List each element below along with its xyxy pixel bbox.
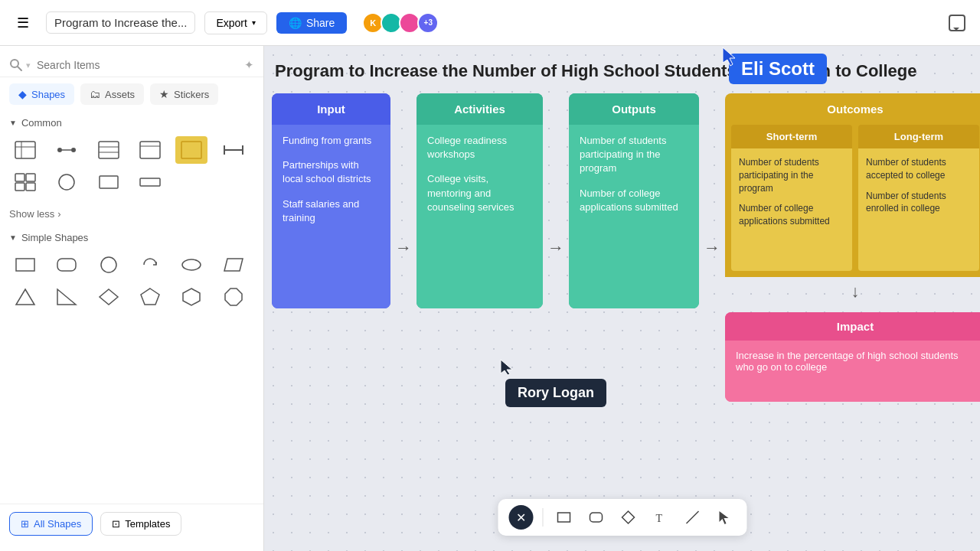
svg-point-7 — [71, 148, 76, 152]
shape-wide-rect[interactable] — [134, 168, 166, 196]
show-less-button[interactable]: Show less › — [9, 205, 254, 223]
simple-rounded[interactable] — [51, 251, 83, 279]
simple-pentagon[interactable] — [134, 283, 166, 311]
diagram: Program to Increase the Number of High S… — [272, 61, 972, 402]
simple-parallelogram[interactable] — [217, 251, 250, 279]
bottom-toolbar: ✕ T — [498, 499, 746, 536]
svg-marker-33 — [183, 289, 200, 305]
shape-divider[interactable] — [217, 136, 250, 164]
input-column: Input Funding from grants Partnerships w… — [272, 93, 390, 308]
shape-card[interactable] — [134, 136, 166, 164]
svg-rect-18 — [26, 174, 35, 181]
svg-marker-31 — [100, 289, 118, 305]
long-term-body: Number of students accepted to college N… — [858, 148, 979, 271]
common-shapes-grid — [9, 136, 254, 196]
svg-rect-38 — [590, 513, 602, 522]
text-tool[interactable]: T — [648, 506, 671, 529]
shape-table[interactable] — [9, 136, 41, 164]
rect-tool[interactable] — [552, 506, 575, 529]
stickers-icon: ★ — [159, 88, 169, 100]
arrow-input-activities: → — [390, 238, 416, 258]
activities-item-2: College visits, mentoring and counseling… — [427, 172, 532, 214]
canvas-area[interactable]: Program to Increase the Number of High S… — [264, 46, 980, 551]
shape-list[interactable] — [93, 136, 125, 164]
chevron-down-icon: ▾ — [252, 18, 256, 27]
simple-circle[interactable] — [93, 251, 125, 279]
shape-grid[interactable] — [9, 168, 41, 196]
impact-text: Increase in the percentage of high schoo… — [736, 350, 959, 373]
simple-refresh[interactable] — [134, 251, 166, 279]
short-term-item-1: Number of students participating in the … — [739, 156, 844, 194]
simple-ellipse[interactable] — [175, 251, 207, 279]
pin-icon[interactable]: ✦ — [244, 58, 254, 72]
all-shapes-icon: ⊞ — [21, 518, 29, 530]
search-icon: ▾ — [9, 58, 31, 72]
templates-tab[interactable]: ⊡ Templates — [100, 512, 181, 536]
line-tool[interactable] — [681, 506, 704, 529]
tabs-row: ◆ Shapes 🗂 Assets ★ Stickers — [0, 77, 263, 111]
shape-circle[interactable] — [51, 168, 83, 196]
diamond-tool[interactable] — [616, 506, 639, 529]
outputs-column: Outputs Number of students participating… — [569, 93, 699, 308]
svg-marker-30 — [57, 289, 76, 305]
pointer-tool[interactable] — [713, 506, 736, 529]
common-label: Common — [21, 117, 62, 129]
outputs-item-1: Number of students participating in the … — [580, 134, 688, 176]
short-term-body: Number of students participating in the … — [731, 148, 852, 271]
simple-shapes-header[interactable]: ▼ Simple Shapes — [9, 232, 254, 243]
share-label: Share — [306, 17, 335, 29]
menu-button[interactable]: ☰ — [9, 9, 37, 37]
tab-assets-label: Assets — [105, 89, 135, 100]
toggle-icon: ▼ — [9, 233, 17, 242]
input-body: Funding from grants Partnerships with lo… — [272, 125, 390, 308]
rounded-rect-tool[interactable] — [584, 506, 607, 529]
eli-cursor-label: Eli Scott — [729, 54, 827, 84]
export-label: Export — [216, 17, 247, 29]
close-icon: ✕ — [516, 510, 526, 525]
rory-cursor-label: Rory Logan — [505, 379, 606, 407]
search-input[interactable] — [37, 59, 238, 71]
assets-icon: 🗂 — [90, 88, 100, 100]
comment-button[interactable] — [943, 9, 971, 37]
short-term-item-2: Number of college applications submitted — [739, 202, 844, 228]
all-shapes-label: All Shapes — [34, 518, 81, 530]
simple-triangle[interactable] — [9, 283, 41, 311]
document-title[interactable]: Program to Increase the... — [46, 11, 195, 34]
outputs-body: Number of students participating in the … — [569, 125, 699, 308]
simple-rect[interactable] — [9, 251, 41, 279]
svg-marker-34 — [225, 289, 242, 305]
short-term-header: Short-term — [731, 125, 852, 148]
activities-column: Activities College readiness workshops C… — [416, 93, 543, 308]
svg-line-41 — [686, 511, 698, 523]
shape-connector[interactable] — [51, 136, 83, 164]
close-button[interactable]: ✕ — [508, 505, 533, 530]
rory-cursor — [499, 358, 514, 380]
simple-octagon[interactable] — [217, 283, 250, 311]
shape-sticky[interactable] — [175, 136, 207, 164]
share-button[interactable]: 🌐 Share — [276, 12, 347, 34]
shape-rectangle[interactable] — [93, 168, 125, 196]
common-section-header[interactable]: ▼ Common — [9, 117, 254, 129]
activities-body: College readiness workshops College visi… — [416, 125, 543, 308]
tab-assets[interactable]: 🗂 Assets — [80, 83, 144, 105]
svg-marker-32 — [141, 289, 159, 305]
svg-rect-37 — [557, 513, 570, 522]
svg-point-5 — [57, 148, 62, 152]
svg-rect-19 — [15, 183, 24, 191]
simple-diamond[interactable] — [93, 283, 125, 311]
activities-item-1: College readiness workshops — [427, 134, 532, 161]
simple-hexagon[interactable] — [175, 283, 207, 311]
all-shapes-tab[interactable]: ⊞ All Shapes — [9, 512, 93, 536]
diagram-title: Program to Increase the Number of High S… — [272, 61, 972, 81]
svg-marker-36 — [723, 47, 735, 66]
arrow-outputs-outcomes: → — [699, 238, 725, 258]
short-term-column: Short-term Number of students participat… — [731, 125, 852, 271]
tab-stickers[interactable]: ★ Stickers — [150, 83, 218, 105]
long-term-header: Long-term — [858, 125, 979, 148]
outcomes-sub: Short-term Number of students participat… — [725, 125, 980, 277]
tab-shapes[interactable]: ◆ Shapes — [9, 83, 74, 105]
svg-rect-25 — [57, 259, 76, 271]
svg-marker-42 — [719, 511, 728, 524]
simple-right-triangle[interactable] — [51, 283, 83, 311]
export-button[interactable]: Export ▾ — [204, 11, 266, 34]
